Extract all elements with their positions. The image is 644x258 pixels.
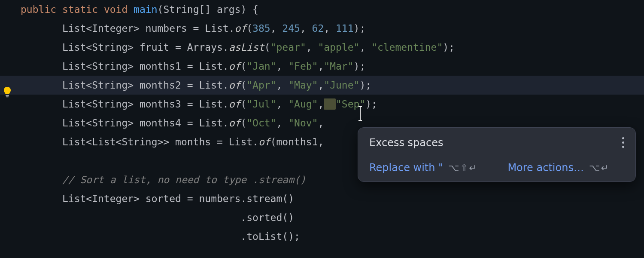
- code-editor[interactable]: public static void main(String[] args) {…: [0, 0, 644, 258]
- kebab-menu-icon[interactable]: [622, 137, 624, 148]
- tooltip-title: Excess spaces: [369, 138, 443, 148]
- code-line[interactable]: .toList();: [21, 227, 644, 246]
- more-actions-label: More actions…: [507, 163, 584, 173]
- code-line[interactable]: List<String> months1 = List.of("Jan", "F…: [21, 57, 644, 76]
- svg-rect-1: [6, 96, 9, 97]
- comment: // Sort a list, no need to type .stream(…: [62, 174, 306, 185]
- keyword: public: [21, 4, 56, 15]
- inspection-tooltip[interactable]: Excess spaces Replace with " ⌥⇧↵ More ac…: [358, 127, 636, 182]
- text-cursor: [360, 107, 361, 120]
- code-line[interactable]: public static void main(String[] args) {: [21, 0, 644, 19]
- gutter: [0, 0, 21, 258]
- shortcut-hint: ⌥↵: [589, 163, 610, 173]
- code-line-active[interactable]: List<String> months2 = List.of("Apr", "M…: [0, 76, 644, 95]
- code-line[interactable]: List<Integer> numbers = List.of(385, 245…: [21, 19, 644, 38]
- quick-fix-replace[interactable]: Replace with " ⌥⇧↵: [369, 163, 477, 173]
- method-signature: (String[] args) {: [158, 4, 258, 15]
- lightbulb-icon[interactable]: [3, 86, 12, 98]
- keyword: void: [104, 4, 128, 15]
- code-line[interactable]: List<String> months3 = List.of("Jul", "A…: [21, 95, 644, 114]
- code-line[interactable]: List<Integer> sorted = numbers.stream(): [21, 189, 644, 208]
- quick-fix-label: Replace with ": [369, 163, 443, 173]
- svg-rect-0: [6, 95, 9, 96]
- code-line[interactable]: List<String> fruit = Arrays.asList("pear…: [21, 38, 644, 57]
- more-actions-link[interactable]: More actions… ⌥↵: [507, 163, 609, 173]
- inspection-highlight: [324, 98, 336, 110]
- code-line[interactable]: .sorted(): [21, 208, 644, 227]
- method-name: main: [134, 4, 157, 15]
- shortcut-hint: ⌥⇧↵: [448, 163, 477, 173]
- keyword: static: [62, 4, 98, 15]
